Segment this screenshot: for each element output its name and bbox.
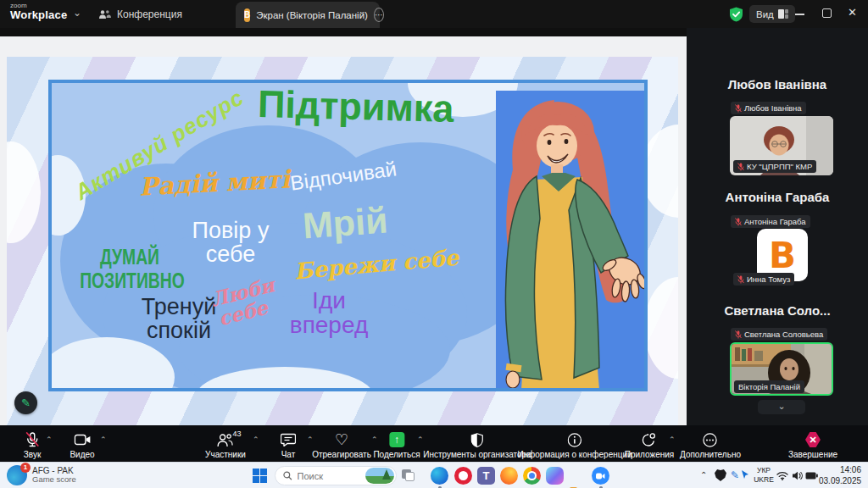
start-button[interactable] xyxy=(253,469,267,483)
slide-phrase: Мрій xyxy=(302,202,389,246)
meeting-info-button[interactable]: Информация о конференции xyxy=(517,432,632,459)
widget-icon: 1 xyxy=(7,465,27,485)
security-shield-icon[interactable] xyxy=(729,7,743,22)
background-cloud xyxy=(644,277,678,379)
meeting-toolbar: Звук ⌃ Видео ⌃ 43 Участники ⌃ Чат ⌃ ♡ От… xyxy=(0,425,868,462)
teams-icon[interactable]: T xyxy=(477,467,495,485)
shared-screen-area: Активуй ресурс Підтримка Радій миті Відп… xyxy=(0,28,687,425)
tab-meeting[interactable]: Конференция xyxy=(98,0,182,28)
info-icon xyxy=(568,433,582,447)
muted-mic-icon xyxy=(25,432,39,447)
host-tools-button[interactable]: Инструменты организатора xyxy=(423,432,531,459)
zoom-app-icon[interactable] xyxy=(592,467,609,485)
participant-header: Антоніна Гараба xyxy=(687,190,868,204)
tray-expand-chevron[interactable]: ⌃ xyxy=(700,470,707,480)
chevron-down-icon: ⌄ xyxy=(777,401,785,411)
slide-phrase: ДУМАЙ ПОЗИТИВНО xyxy=(80,246,180,294)
wifi-icon[interactable] xyxy=(776,471,788,480)
participant-header: Любов Іванівна xyxy=(687,77,868,92)
apps-button[interactable]: Приложения xyxy=(625,432,675,459)
firefox-icon[interactable] xyxy=(500,467,518,485)
participant-name-tag: КУ "ЦПРПП" КМР xyxy=(733,160,816,173)
participants-icon xyxy=(218,433,234,447)
widget-notification-badge: 1 xyxy=(20,463,31,473)
time: 14:06 xyxy=(819,465,861,476)
apps-options-chevron[interactable]: ⌃ xyxy=(669,435,676,444)
people-icon xyxy=(98,9,111,19)
muted-mic-icon xyxy=(737,163,744,171)
close-button[interactable]: ✕ xyxy=(848,6,857,19)
end-meeting-icon: ✕ xyxy=(805,432,821,447)
participants-options-chevron[interactable]: ⌃ xyxy=(253,435,259,444)
widget-line2: Game score xyxy=(32,475,76,485)
audio-button[interactable]: Звук xyxy=(24,432,42,459)
audio-options-chevron[interactable]: ⌃ xyxy=(46,435,53,444)
edge-icon[interactable] xyxy=(431,467,448,485)
tray-cursor-icon[interactable] xyxy=(741,469,749,480)
task-view-button[interactable] xyxy=(402,469,415,481)
chrome-icon[interactable] xyxy=(523,467,541,485)
clock[interactable]: 14:06 03.09.2025 xyxy=(819,465,861,486)
tab-screen-share[interactable]: B Экран (Вікторія Паланій) ⋯ xyxy=(236,2,380,28)
windows-taskbar: 1 AFG - PAK Game score T ⌃ ✎ xyxy=(0,462,868,488)
participant-video[interactable]: КУ "ЦПРПП" КМР xyxy=(730,116,833,175)
active-speaker-video[interactable]: Вікторія Паланій xyxy=(730,342,833,396)
search-input[interactable] xyxy=(298,471,360,481)
tray-app-icon[interactable] xyxy=(715,469,726,481)
volume-icon[interactable] xyxy=(792,471,803,480)
view-button[interactable]: Вид xyxy=(749,5,795,23)
maximize-button[interactable] xyxy=(822,8,832,18)
video-button[interactable]: Видео xyxy=(70,432,94,459)
tab-screen-share-label: Экран (Вікторія Паланій) xyxy=(256,10,368,20)
background-cloud xyxy=(7,141,41,243)
slide-title: Підтримка xyxy=(257,84,454,129)
presentation-slide: Активуй ресурс Підтримка Радій миті Відп… xyxy=(48,80,648,391)
date: 03.09.2025 xyxy=(819,476,861,487)
shared-app-window: Активуй ресурс Підтримка Радій миті Відп… xyxy=(0,36,687,425)
participants-panel: Любов Іванівна Любов Іванівна КУ "ЦПРПП"… xyxy=(687,28,868,425)
chat-bubble-icon xyxy=(281,433,296,446)
video-options-chevron[interactable]: ⌃ xyxy=(100,435,107,444)
presentation-background: Активуй ресурс Підтримка Радій миті Відп… xyxy=(7,57,678,426)
participants-count-badge: 43 xyxy=(233,430,242,438)
tray-pen-icon[interactable]: ✎ xyxy=(731,469,739,481)
participant-name-tag: Инна Томуз xyxy=(733,273,794,286)
logo-workplace-text: Workplace xyxy=(10,9,67,20)
slide-phrase: Тренуй спокій xyxy=(136,295,221,343)
heart-icon: ♡ xyxy=(335,430,348,449)
screen-share-app-icon: B xyxy=(244,8,250,22)
slide-phrase: Іди вперед xyxy=(285,288,373,338)
language-indicator[interactable]: УКР UKRE xyxy=(753,466,775,485)
participants-button[interactable]: 43 Участники xyxy=(205,432,246,459)
minimize-button[interactable] xyxy=(795,14,804,15)
tab-options-icon[interactable]: ⋯ xyxy=(374,8,384,22)
search-highlight-image[interactable] xyxy=(365,468,394,484)
participant-name-tag: Антоніна Гараба xyxy=(731,215,810,228)
apps-icon xyxy=(642,433,657,447)
react-button[interactable]: ♡ Отреагировать xyxy=(312,432,371,459)
muted-mic-icon xyxy=(737,275,744,284)
participant-name-tag: Вікторія Паланій xyxy=(734,380,804,393)
collapse-strip-button[interactable]: ⌄ xyxy=(758,400,805,414)
more-button[interactable]: Дополнительно xyxy=(680,432,741,459)
share-button[interactable]: ↑ Поделиться xyxy=(373,432,420,459)
chat-button[interactable]: Чат xyxy=(281,432,296,459)
view-label: Вид xyxy=(756,9,774,19)
pencil-icon: ✎ xyxy=(21,396,31,409)
battery-icon[interactable] xyxy=(805,472,818,480)
taskbar-widget[interactable]: 1 AFG - PAK Game score xyxy=(7,465,76,485)
annotate-button[interactable]: ✎ xyxy=(14,391,37,414)
end-meeting-button[interactable]: ✕ Завершение xyxy=(788,432,837,459)
copilot-icon[interactable] xyxy=(546,467,564,485)
zoom-workplace-logo: zoom Workplace xyxy=(10,3,67,20)
file-explorer-icon[interactable] xyxy=(569,485,587,488)
host-tools-shield-icon xyxy=(471,433,484,447)
participant-header: Светлана Соло... xyxy=(687,303,868,318)
search-icon xyxy=(283,471,292,480)
slide-phrase: Повір у себе xyxy=(190,219,271,267)
opera-icon[interactable] xyxy=(454,467,472,485)
camera-icon xyxy=(74,434,91,446)
participant-name-tag: Любов Іванівна xyxy=(731,102,806,114)
workspace-dropdown-chevron-icon[interactable]: ⌄ xyxy=(73,7,81,19)
taskbar-search[interactable] xyxy=(275,466,397,485)
